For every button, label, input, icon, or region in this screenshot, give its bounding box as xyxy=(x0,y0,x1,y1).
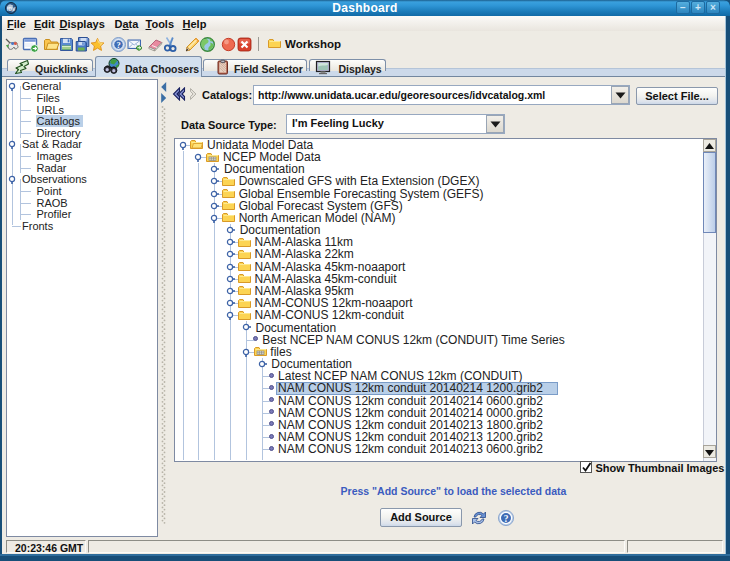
svg-text:?: ? xyxy=(504,514,509,524)
svg-text:?: ? xyxy=(117,40,121,50)
